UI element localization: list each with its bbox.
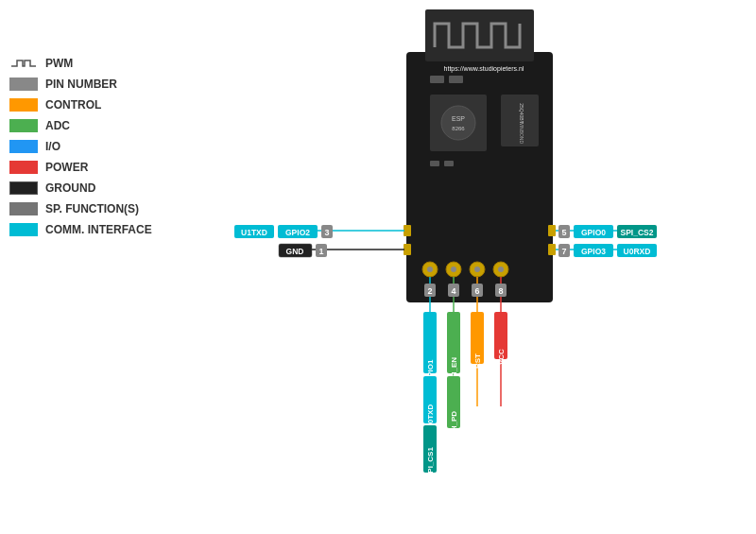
svg-rect-23 [404,244,411,255]
svg-rect-38 [472,284,483,297]
legend-item-adc: ADC [9,119,152,132]
legend-item-power: POWER [9,161,152,174]
svg-text:3: 3 [324,228,329,237]
svg-point-19 [451,267,456,272]
svg-rect-0 [406,52,553,302]
svg-rect-46 [423,425,437,473]
power-swatch [9,161,38,174]
svg-rect-7 [501,95,539,146]
control-swatch [9,98,38,112]
svg-rect-56 [234,225,274,238]
legend-control-label: CONTROL [45,98,101,112]
svg-rect-62 [279,244,312,257]
svg-text:GPIO2: GPIO2 [285,228,310,237]
svg-rect-22 [404,225,411,236]
legend-item-sp-function: SP. FUNCTION(S) [9,202,152,215]
svg-point-21 [498,267,504,272]
svg-rect-58 [278,225,318,238]
svg-rect-44 [423,376,437,423]
svg-text:U0TXD: U0TXD [426,405,435,429]
svg-rect-74 [574,244,613,257]
svg-rect-25 [548,244,556,255]
svg-text:8266: 8266 [452,126,465,131]
svg-point-14 [422,262,438,277]
legend-item-pwm: PWM [9,57,152,70]
legend-item-ground: GROUND [9,181,152,195]
svg-point-17 [493,262,508,277]
legend-ground-label: GROUND [45,181,95,195]
svg-text:ESP: ESP [452,115,465,122]
svg-rect-68 [574,225,613,238]
svg-point-15 [446,262,461,277]
svg-text:WINBOND: WINBOND [519,121,524,145]
svg-text:GPIO3: GPIO3 [581,247,606,256]
svg-rect-24 [548,225,556,236]
svg-rect-13 [444,161,454,166]
svg-text:7: 7 [561,247,566,256]
legend-item-pin-number: PIN NUMBER [9,78,152,91]
pwm-icon [9,57,38,70]
svg-rect-66 [558,225,570,238]
svg-text:https://www.studiopieters.nl: https://www.studiopieters.nl [444,65,524,73]
svg-rect-12 [430,161,439,166]
svg-rect-60 [321,225,333,238]
svg-text:CH_PD: CH_PD [450,411,458,437]
svg-point-4 [441,106,475,140]
legend-pin-number-label: PIN NUMBER [45,78,117,91]
ground-swatch [9,181,38,195]
svg-text:SPI_CS1: SPI_CS1 [426,447,435,478]
legend-comm-interface-label: COMM. INTERFACE [45,223,152,236]
svg-point-18 [427,267,433,272]
legend-item-io: I/O [9,140,152,153]
svg-rect-52 [471,312,484,364]
svg-text:25Q40BT: 25Q40BT [519,103,524,123]
svg-text:8: 8 [498,286,503,296]
sp-function-swatch [9,202,38,215]
legend-sp-function-label: SP. FUNCTION(S) [45,202,139,215]
svg-text:GND: GND [286,247,304,256]
legend-pwm-label: PWM [45,57,73,70]
svg-text:CH_EN: CH_EN [450,357,458,383]
legend-item-comm-interface: COMM. INTERFACE [9,223,152,236]
pin-number-swatch [9,78,38,91]
svg-rect-1 [425,9,534,61]
svg-text:6: 6 [474,286,479,296]
svg-text:SPI_CS2: SPI_CS2 [621,228,654,237]
svg-point-16 [470,262,485,277]
svg-rect-76 [617,244,657,257]
svg-text:GPIO1: GPIO1 [426,359,435,383]
svg-rect-54 [494,312,507,359]
legend-io-label: I/O [45,140,60,153]
svg-text:U0RXD: U0RXD [624,247,651,256]
svg-rect-42 [423,312,437,373]
io-swatch [9,140,38,153]
svg-text:4: 4 [451,286,455,296]
svg-text:U1TXD: U1TXD [241,228,267,237]
legend-power-label: POWER [45,161,88,174]
svg-text:RST: RST [473,353,482,369]
svg-rect-36 [448,284,459,297]
svg-text:5: 5 [561,228,566,237]
svg-rect-70 [617,225,657,238]
svg-rect-3 [430,95,487,151]
legend-item-control: CONTROL [9,98,152,112]
svg-text:GPIO0: GPIO0 [581,228,606,237]
svg-rect-64 [316,244,327,257]
svg-rect-40 [495,284,507,297]
svg-rect-11 [449,76,463,83]
legend-adc-label: ADC [45,119,70,132]
adc-swatch [9,119,38,132]
comm-interface-swatch [9,223,38,236]
svg-rect-34 [424,284,436,297]
svg-text:2: 2 [427,286,432,296]
svg-rect-10 [430,76,444,83]
svg-text:VCC: VCC [497,349,506,365]
svg-rect-50 [447,376,460,428]
svg-rect-72 [558,244,570,257]
legend: PWM PIN NUMBER CONTROL ADC I/O POWER GRO… [9,57,152,236]
svg-point-20 [474,267,480,272]
svg-rect-48 [447,312,460,373]
svg-text:1: 1 [318,247,323,256]
